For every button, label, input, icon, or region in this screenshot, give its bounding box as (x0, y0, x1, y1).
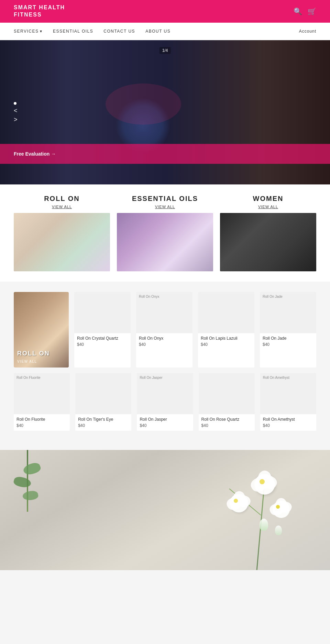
category-oils-title: ESSENTIAL OILS (117, 195, 213, 203)
prev-arrow[interactable]: < (14, 108, 18, 114)
product-onyx[interactable]: Roll On Onyx Roll On Onyx $40 (136, 292, 192, 368)
brand-name: SMART HEALTH FITNESS (14, 4, 65, 19)
category-oils-image[interactable] (117, 213, 213, 271)
product-row-1: ROLL ON VIEW ALL Roll On Crystal Quartz … (14, 292, 316, 368)
next-arrow[interactable]: > (14, 116, 18, 123)
product-crystal-quartz-info: Roll On Crystal Quartz $40 (74, 333, 131, 350)
nav-about[interactable]: ABOUT US (145, 23, 170, 40)
hero-dot-1[interactable] (14, 102, 16, 105)
category-women-image[interactable] (220, 213, 316, 271)
oils-view-all[interactable]: VIEW ALL (117, 205, 213, 209)
product-fluorite-image: Roll On Fluorite (14, 373, 70, 414)
product-row-2: Roll On Fluorite Roll On Fluorite $40 Ro… (14, 373, 316, 431)
nav-services[interactable]: SERVICES ▾ (14, 23, 43, 40)
flower-bud-1 (260, 519, 268, 531)
flower-cluster-3 (270, 498, 292, 520)
hanging-plant (21, 450, 34, 519)
product-tigers-eye-info: Roll On Tiger's Eye $40 (75, 414, 131, 431)
flower-cluster (251, 471, 278, 498)
flower-cluster-2 (227, 491, 251, 515)
category-women-title: WOMEN (220, 195, 316, 203)
product-jasper-info: Roll On Jasper $40 (137, 414, 193, 431)
product-fluorite-name: Roll On Fluorite (16, 417, 67, 422)
product-jasper[interactable]: Roll On Jasper Roll On Jasper $40 (137, 373, 193, 431)
product-amethyst-img-label: Roll On Amethyst (263, 376, 289, 380)
product-jade-img-label: Roll On Jade (263, 295, 283, 298)
product-amethyst-info: Roll On Amethyst $40 (260, 414, 316, 431)
product-section: ROLL ON VIEW ALL Roll On Crystal Quartz … (0, 282, 330, 447)
top-icons: 🔍 🛒 (294, 7, 316, 15)
chevron-down-icon: ▾ (40, 29, 43, 34)
product-jade-image: Roll On Jade (260, 292, 316, 333)
product-rose-quartz-info: Roll On Rose Quartz $40 (199, 414, 255, 431)
product-jasper-img-label: Roll On Jasper (140, 376, 162, 380)
hero-overlay: Free Evaluation → (0, 144, 330, 164)
product-lapis-info: Roll On Lapis Lazuli $40 (198, 333, 254, 350)
nav-links: SERVICES ▾ ESSENTIAL OILS CONTACT US ABO… (14, 23, 299, 40)
product-rose-quartz-name: Roll On Rose Quartz (201, 417, 252, 422)
hero-section: 1/4 < > Free Evaluation → (0, 40, 330, 184)
product-crystal-quartz-image (74, 292, 131, 333)
product-rose-quartz[interactable]: Roll On Rose Quartz $40 (199, 373, 255, 431)
product-tigers-eye-price: $40 (78, 423, 129, 428)
category-roll-on: ROLL ON VIEW ALL (14, 195, 110, 271)
product-rose-quartz-image (199, 373, 255, 414)
hero-controls: < > (14, 102, 18, 123)
hero-cta-button[interactable]: Free Evaluation → (14, 151, 56, 157)
product-rose-quartz-price: $40 (201, 423, 252, 428)
nav-contact[interactable]: CONTACT US (103, 23, 135, 40)
roll-on-banner-label: ROLL ON (17, 350, 50, 357)
product-lapis-price: $40 (201, 342, 252, 347)
product-onyx-info: Roll On Onyx $40 (136, 333, 192, 350)
product-amethyst-price: $40 (263, 423, 314, 428)
flower-bud-2 (275, 526, 282, 535)
product-crystal-quartz[interactable]: Roll On Crystal Quartz $40 (74, 292, 131, 368)
product-jade-info: Roll On Jade $40 (260, 333, 316, 350)
flower-decoration (206, 464, 302, 570)
roll-on-banner[interactable]: ROLL ON VIEW ALL (14, 292, 69, 368)
roll-on-view-all[interactable]: VIEW ALL (14, 205, 110, 209)
product-jade-price: $40 (263, 342, 314, 347)
product-fluorite-price: $40 (16, 423, 67, 428)
category-roll-on-title: ROLL ON (14, 195, 110, 203)
product-amethyst-image: Roll On Amethyst (260, 373, 316, 414)
product-jasper-name: Roll On Jasper (140, 417, 190, 422)
product-onyx-name: Roll On Onyx (139, 336, 190, 341)
product-lapis-name: Roll On Lapis Lazuli (201, 336, 252, 341)
product-onyx-image: Roll On Onyx (136, 292, 192, 333)
product-crystal-quartz-price: $40 (77, 342, 128, 347)
product-fluorite-img-label: Roll On Fluorite (16, 376, 40, 380)
product-lapis-image (198, 292, 254, 333)
product-tigers-eye[interactable]: Roll On Tiger's Eye $40 (75, 373, 131, 431)
product-onyx-price: $40 (139, 342, 190, 347)
bottom-hero-section (0, 450, 330, 570)
search-icon[interactable]: 🔍 (294, 7, 302, 15)
top-bar: SMART HEALTH FITNESS 🔍 🛒 (0, 0, 330, 23)
product-crystal-quartz-name: Roll On Crystal Quartz (77, 336, 128, 341)
nav-essential-oils[interactable]: ESSENTIAL OILS (53, 23, 93, 40)
main-nav: SERVICES ▾ ESSENTIAL OILS CONTACT US ABO… (0, 23, 330, 40)
product-tigers-eye-image (75, 373, 131, 414)
product-fluorite-info: Roll On Fluorite $40 (14, 414, 70, 431)
product-amethyst[interactable]: Roll On Amethyst Roll On Amethyst $40 (260, 373, 316, 431)
hero-counter: 1/4 (160, 47, 171, 54)
nav-account[interactable]: Account (299, 29, 316, 34)
product-tigers-eye-name: Roll On Tiger's Eye (78, 417, 129, 422)
women-view-all[interactable]: VIEW ALL (220, 205, 316, 209)
cart-icon[interactable]: 🛒 (308, 7, 316, 15)
product-jade[interactable]: Roll On Jade Roll On Jade $40 (260, 292, 316, 368)
product-jasper-image: Roll On Jasper (137, 373, 193, 414)
product-jasper-price: $40 (140, 423, 190, 428)
product-jade-name: Roll On Jade (263, 336, 314, 341)
roll-on-banner-viewall[interactable]: VIEW ALL (17, 360, 37, 363)
category-roll-on-image[interactable] (14, 213, 110, 271)
product-lapis-lazuli[interactable]: Roll On Lapis Lazuli $40 (198, 292, 254, 368)
product-amethyst-name: Roll On Amethyst (263, 417, 314, 422)
product-onyx-img-label: Roll On Onyx (139, 295, 159, 298)
product-fluorite[interactable]: Roll On Fluorite Roll On Fluorite $40 (14, 373, 70, 431)
category-section: ROLL ON VIEW ALL ESSENTIAL OILS VIEW ALL… (0, 184, 330, 282)
category-essential-oils: ESSENTIAL OILS VIEW ALL (117, 195, 213, 271)
category-women: WOMEN VIEW ALL (220, 195, 316, 271)
